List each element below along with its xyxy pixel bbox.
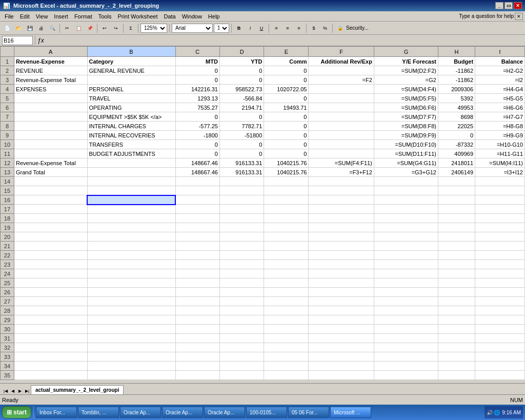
cell-E35[interactable]: [264, 371, 309, 380]
cell-F16[interactable]: [309, 195, 374, 205]
copy-button[interactable]: 📋: [73, 23, 84, 33]
cell-H17[interactable]: [438, 205, 475, 214]
cell-A27[interactable]: [14, 297, 87, 306]
cell-C26[interactable]: [175, 288, 219, 297]
cell-C8[interactable]: -577.25: [175, 122, 219, 131]
cell-E32[interactable]: [264, 343, 309, 352]
cell-A29[interactable]: [14, 315, 87, 325]
cell-H25[interactable]: [438, 278, 475, 288]
cell-F5[interactable]: [309, 94, 374, 103]
cell-D12[interactable]: 916133.31: [219, 158, 264, 168]
cell-A6[interactable]: [14, 103, 87, 112]
cell-H6[interactable]: 49953: [438, 103, 475, 112]
cell-I11[interactable]: =H11-G11: [475, 149, 525, 158]
cell-E8[interactable]: 0: [264, 122, 309, 131]
cell-B2[interactable]: GENERAL REVENUE: [87, 66, 175, 75]
col-header-a[interactable]: A: [14, 47, 87, 57]
cell-G16[interactable]: [374, 195, 438, 205]
cell-E29[interactable]: [264, 315, 309, 325]
col-header-f[interactable]: F: [309, 47, 374, 57]
cell-F17[interactable]: [309, 205, 374, 214]
cell-H21[interactable]: [438, 242, 475, 251]
cell-D31[interactable]: [219, 334, 264, 343]
cell-E19[interactable]: [264, 223, 309, 232]
cell-E5[interactable]: 0: [264, 94, 309, 103]
row-header-24[interactable]: 24: [1, 269, 14, 278]
cell-A33[interactable]: [14, 352, 87, 362]
cell-F32[interactable]: [309, 343, 374, 352]
col-header-h[interactable]: H: [438, 47, 475, 57]
menu-data[interactable]: Data: [161, 13, 178, 20]
cell-D15[interactable]: [219, 186, 264, 195]
cell-E2[interactable]: 0: [264, 66, 309, 75]
cell-B21[interactable]: [87, 242, 175, 251]
cell-B18[interactable]: [87, 214, 175, 223]
cell-B9[interactable]: INTERNAL RECOVERIES: [87, 131, 175, 140]
cell-I34[interactable]: [475, 362, 525, 371]
cell-A30[interactable]: [14, 325, 87, 334]
cell-reference-box[interactable]: B16: [2, 36, 33, 45]
cell-A3[interactable]: Revenue-Expense Total: [14, 75, 87, 85]
fontsize-select[interactable]: 10: [214, 24, 229, 33]
cell-I26[interactable]: [475, 288, 525, 297]
cell-B4[interactable]: PERSONNEL: [87, 85, 175, 94]
row-header-16[interactable]: 16: [1, 195, 14, 205]
cell-G15[interactable]: [374, 186, 438, 195]
cell-I20[interactable]: [475, 232, 525, 242]
cell-F28[interactable]: [309, 306, 374, 315]
cell-G1[interactable]: Y/E Forecast: [374, 57, 438, 66]
cell-G12[interactable]: =SUM(G4:G11): [374, 158, 438, 168]
cell-B13[interactable]: [87, 168, 175, 177]
cell-F24[interactable]: [309, 269, 374, 278]
row-header-30[interactable]: 30: [1, 325, 14, 334]
cell-G22[interactable]: [374, 251, 438, 260]
row-header-20[interactable]: 20: [1, 232, 14, 242]
cell-D35[interactable]: [219, 371, 264, 380]
row-header-5[interactable]: 5: [1, 94, 14, 103]
cell-I23[interactable]: [475, 260, 525, 269]
cell-G4[interactable]: =SUM(D4:F4): [374, 85, 438, 94]
zoom-select[interactable]: 125% 100% 75%: [140, 24, 167, 33]
cell-E30[interactable]: [264, 325, 309, 334]
cell-D19[interactable]: [219, 223, 264, 232]
close-button[interactable]: ✕: [514, 2, 522, 9]
cell-D5[interactable]: -566.84: [219, 94, 264, 103]
cell-C13[interactable]: 148667.46: [175, 168, 219, 177]
cell-F15[interactable]: [309, 186, 374, 195]
cell-H2[interactable]: -11862: [438, 66, 475, 75]
cell-D20[interactable]: [219, 232, 264, 242]
row-header-32[interactable]: 32: [1, 343, 14, 352]
menu-insert[interactable]: Insert: [51, 13, 71, 20]
align-center-button[interactable]: ≡: [282, 23, 293, 33]
cell-A7[interactable]: [14, 112, 87, 122]
cell-B32[interactable]: [87, 343, 175, 352]
cell-H28[interactable]: [438, 306, 475, 315]
cell-I24[interactable]: [475, 269, 525, 278]
cell-A9[interactable]: [14, 131, 87, 140]
cell-A2[interactable]: REVENUE: [14, 66, 87, 75]
row-header-9[interactable]: 9: [1, 131, 14, 140]
menu-window[interactable]: Window: [179, 13, 205, 20]
cell-F12[interactable]: =SUM(F4:F11): [309, 158, 374, 168]
row-header-3[interactable]: 3: [1, 75, 14, 85]
cell-C17[interactable]: [175, 205, 219, 214]
print-button[interactable]: 🖨: [36, 23, 46, 33]
cell-A13[interactable]: Grand Total: [14, 168, 87, 177]
cell-E14[interactable]: [264, 177, 309, 186]
cell-B6[interactable]: OPERATING: [87, 103, 175, 112]
cell-D11[interactable]: 0: [219, 149, 264, 158]
cell-H14[interactable]: [438, 177, 475, 186]
open-button[interactable]: 📂: [13, 23, 24, 33]
cell-E22[interactable]: [264, 251, 309, 260]
cell-G20[interactable]: [374, 232, 438, 242]
menu-print[interactable]: Print Worksheet: [115, 13, 160, 20]
cut-button[interactable]: ✂: [62, 23, 72, 33]
cell-A5[interactable]: [14, 94, 87, 103]
row-header-11[interactable]: 11: [1, 149, 14, 158]
cell-C20[interactable]: [175, 232, 219, 242]
cell-H29[interactable]: [438, 315, 475, 325]
row-header-29[interactable]: 29: [1, 315, 14, 325]
cell-E27[interactable]: [264, 297, 309, 306]
cell-G2[interactable]: =SUM(D2:F2): [374, 66, 438, 75]
cell-H22[interactable]: [438, 251, 475, 260]
